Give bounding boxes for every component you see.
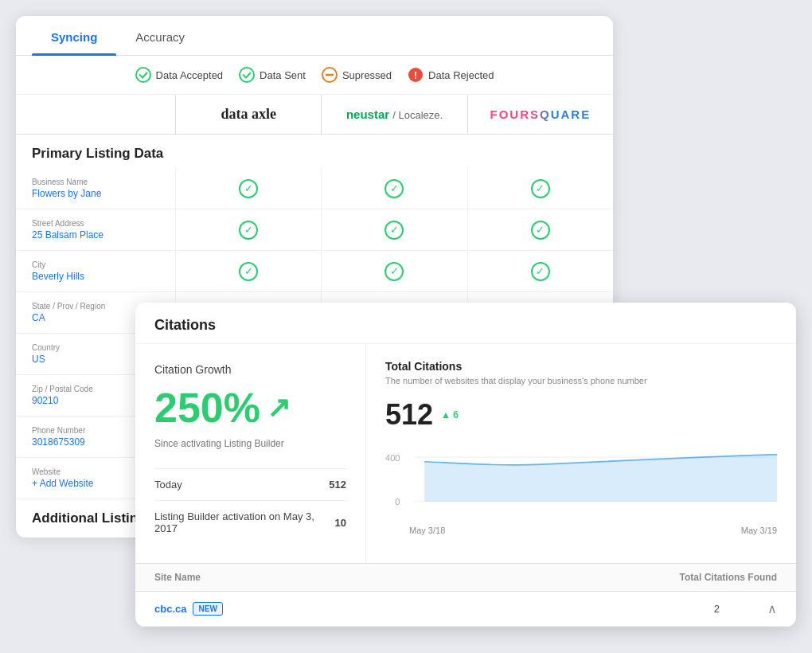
col-total-found: Total Citations Found: [680, 572, 777, 583]
chart-label-left: May 3/18: [385, 526, 445, 535]
table-row: Business Name Flowers by Jane ✓ ✓ ✓: [16, 168, 613, 209]
site-table: Site Name Total Citations Found cbc.ca N…: [135, 563, 796, 627]
sent-label: Data Sent: [260, 69, 306, 81]
col-site-name: Site Name: [154, 572, 201, 583]
svg-text:400: 400: [385, 453, 400, 462]
tab-accuracy[interactable]: Accuracy: [116, 16, 204, 55]
site-link[interactable]: cbc.ca: [154, 603, 186, 615]
total-citations-panel: Total Citations The number of websites t…: [366, 344, 796, 563]
svg-point-0: [136, 68, 150, 82]
check-icon: ✓: [385, 221, 404, 240]
citations-chart: 400 0 May 3/18 May 3/19: [385, 440, 777, 519]
provider-foursquare: FOURSQUARE: [467, 95, 613, 134]
site-name-cell: cbc.ca NEW: [154, 602, 223, 616]
total-found-value: 2: [714, 603, 720, 615]
legend-suppressed: Supressed: [322, 67, 392, 83]
tab-syncing[interactable]: Syncing: [32, 16, 116, 55]
accepted-label: Data Accepted: [156, 69, 224, 81]
today-label: Today: [154, 479, 182, 491]
growth-arrow-icon: ↗: [267, 391, 291, 424]
legend-bar: Data Accepted Data Sent Supressed: [16, 56, 613, 95]
rejected-label: Data Rejected: [428, 69, 494, 81]
new-badge: NEW: [193, 602, 222, 616]
total-citations-subtitle: The number of websites that display your…: [385, 376, 777, 385]
activation-label: Listing Builder activation on May 3, 201…: [154, 510, 335, 534]
sent-icon: [239, 67, 255, 83]
svg-point-1: [240, 68, 254, 82]
activation-value: 10: [335, 517, 346, 529]
chart-x-labels: May 3/18 May 3/19: [385, 522, 777, 538]
check-icon: ✓: [239, 221, 258, 240]
primary-section-header: Primary Listing Data: [16, 135, 613, 168]
provider-neustar: neustar / Localeze.: [321, 95, 467, 134]
today-value: 512: [329, 479, 346, 491]
svg-text:0: 0: [395, 498, 400, 506]
provider-dataaxle: data axle: [175, 95, 321, 134]
suppressed-icon: [322, 67, 338, 83]
citations-card: Citations Citation Growth 250% ↗ Since a…: [135, 303, 796, 627]
citation-growth-panel: Citation Growth 250% ↗ Since activating …: [135, 344, 366, 563]
suppressed-label: Supressed: [342, 69, 392, 81]
count-badge: ▲ 6: [441, 409, 459, 420]
chart-label-right: May 3/19: [741, 526, 777, 535]
legend-accepted: Data Accepted: [135, 67, 224, 83]
citation-stats: Today 512 Listing Builder activation on …: [154, 468, 346, 544]
site-table-header: Site Name Total Citations Found: [135, 564, 796, 592]
accepted-icon: [135, 67, 151, 83]
citation-growth-percentage: 250% ↗: [154, 384, 346, 432]
legend-sent: Data Sent: [239, 67, 306, 83]
stat-row-activation: Listing Builder activation on May 3, 201…: [154, 501, 346, 544]
check-icon: ✓: [385, 262, 404, 281]
expand-icon[interactable]: ∧: [767, 601, 777, 616]
table-row: City Beverly Hills ✓ ✓ ✓: [16, 251, 613, 292]
stat-row-today: Today 512: [154, 469, 346, 501]
total-citations-title: Total Citations: [385, 360, 777, 373]
check-icon: ✓: [531, 262, 550, 281]
providers-row: data axle neustar / Localeze. FOURSQUARE: [16, 95, 613, 135]
table-row: Street Address 25 Balsam Place ✓ ✓ ✓: [16, 209, 613, 251]
provider-empty: [16, 95, 175, 134]
check-icon: ✓: [385, 179, 404, 198]
citation-growth-subtitle: Since activating Listing Builder: [154, 438, 346, 449]
citation-growth-title: Citation Growth: [154, 363, 346, 376]
check-icon: ✓: [531, 221, 550, 240]
site-table-row: cbc.ca NEW 2 ∧: [135, 592, 796, 627]
chart-svg: 400 0: [385, 440, 777, 519]
rejected-icon: !: [408, 67, 424, 83]
check-icon: ✓: [531, 179, 550, 198]
legend-rejected: ! Data Rejected: [408, 67, 494, 83]
total-citations-count: 512 ▲ 6: [385, 398, 777, 432]
tabs-bar: Syncing Accuracy: [16, 16, 613, 56]
citations-body: Citation Growth 250% ↗ Since activating …: [135, 344, 796, 563]
citations-title: Citations: [135, 303, 796, 344]
check-icon: ✓: [239, 179, 258, 198]
check-icon: ✓: [239, 262, 258, 281]
svg-text:!: !: [414, 69, 417, 81]
